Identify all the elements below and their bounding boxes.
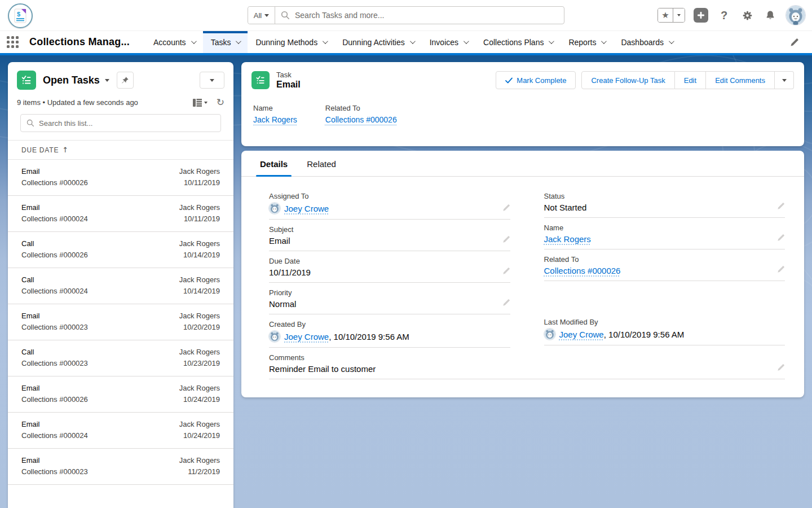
highlight-name: Name Jack Rogers	[253, 104, 297, 124]
list-search-input[interactable]	[39, 119, 215, 128]
tab-related[interactable]: Related	[297, 151, 346, 176]
edit-field-pencil-icon[interactable]	[777, 202, 785, 212]
edit-field-pencil-icon[interactable]	[502, 235, 510, 245]
chevron-down-icon[interactable]	[323, 38, 328, 44]
edit-field-pencil-icon[interactable]	[777, 234, 785, 243]
plus-icon	[696, 11, 705, 20]
edit-field-pencil-icon[interactable]	[777, 364, 785, 373]
favorites-star-icon[interactable]: ★	[658, 8, 673, 22]
global-search-input[interactable]	[295, 11, 558, 20]
create-follow-up-task-button[interactable]: Create Follow-Up Task	[581, 71, 674, 89]
list-item[interactable]: EmailCollections #000026 Jack Rogers10/2…	[8, 376, 233, 413]
nav-tab-invoices[interactable]: Invoices	[422, 31, 475, 53]
record-area: Task Email Mark Complete Create Follow-U…	[241, 62, 804, 397]
highlight-related-to: Related To Collections #000026	[325, 104, 397, 124]
svg-text:$: $	[17, 11, 20, 17]
list-item[interactable]: CallCollections #000024 Jack Rogers10/14…	[8, 268, 233, 304]
nav-tab-collections-plans[interactable]: Collections Plans	[475, 31, 561, 53]
global-header: $ All ★ ?	[0, 0, 812, 30]
edit-field-pencil-icon[interactable]	[502, 204, 510, 213]
list-item[interactable]: CallCollections #000026 Jack Rogers10/14…	[8, 232, 233, 268]
chevron-down-icon	[105, 79, 109, 82]
bell-icon	[765, 10, 776, 21]
favorites-dropdown[interactable]	[673, 8, 685, 22]
global-search: All	[248, 6, 564, 24]
list-item[interactable]: EmailCollections #000026 Jack Rogers10/1…	[8, 160, 233, 196]
gear-icon	[742, 10, 753, 21]
field-last-modified-by: Last Modified By Joey Crowe, 10/10/2019 …	[544, 316, 785, 345]
app-logo: $	[8, 3, 33, 28]
nav-tab-tasks[interactable]: Tasks	[203, 31, 248, 53]
list-view-controls-dropdown[interactable]	[200, 72, 224, 89]
tab-details[interactable]: Details	[250, 151, 297, 176]
nav-tab-dashboards[interactable]: Dashboards	[613, 31, 681, 53]
sort-column-header[interactable]: DUE DATE ↑	[8, 140, 233, 160]
list-item[interactable]: EmailCollections #000023 Jack Rogers11/2…	[8, 449, 233, 485]
list-item[interactable]: EmailCollections #000024 Jack Rogers10/1…	[8, 196, 233, 232]
help-button[interactable]: ?	[717, 8, 731, 23]
edit-field-pencil-icon[interactable]	[502, 267, 510, 277]
chevron-down-icon[interactable]	[601, 38, 607, 44]
chevron-down-icon[interactable]	[191, 38, 197, 44]
search-icon	[281, 11, 290, 20]
global-actions-button[interactable]	[694, 8, 708, 23]
pin-list-button[interactable]	[117, 72, 134, 89]
field-name: Name Jack Rogers	[544, 222, 785, 249]
chevron-down-icon[interactable]	[464, 38, 469, 44]
edit-field-pencil-icon[interactable]	[777, 265, 785, 275]
mark-complete-button[interactable]: Mark Complete	[496, 71, 576, 89]
search-scope-dropdown[interactable]: All	[248, 7, 275, 24]
list-item[interactable]: EmailCollections #000024 Jack Rogers10/2…	[8, 413, 233, 449]
edit-button[interactable]: Edit	[675, 71, 706, 89]
list-view-title: Open Tasks	[43, 75, 100, 86]
list-item[interactable]: EmailCollections #000023 Jack Rogers10/2…	[8, 304, 233, 340]
more-actions-dropdown[interactable]	[775, 71, 794, 89]
name-link[interactable]: Jack Rogers	[253, 115, 297, 124]
detail-left-column: Assigned To Joey Crowe Subject	[269, 190, 510, 352]
field-priority: Priority Normal	[269, 287, 510, 314]
invoice-doc-icon: $	[14, 8, 27, 24]
chevron-down-icon	[204, 102, 208, 104]
edit-navigation-pencil-icon[interactable]	[787, 35, 802, 50]
nav-tab-dunning-activities[interactable]: Dunning Activities	[334, 31, 422, 53]
name-link[interactable]: Jack Rogers	[544, 234, 591, 244]
chevron-down-icon	[782, 79, 787, 82]
chevron-down-icon	[210, 79, 214, 82]
list-item[interactable]: CallCollections #000023 Jack Rogers10/23…	[8, 340, 233, 376]
chevron-down-icon[interactable]	[236, 38, 241, 44]
related-to-link[interactable]: Collections #000026	[544, 266, 621, 275]
chevron-down-icon[interactable]	[669, 38, 674, 44]
chevron-down-icon	[264, 14, 269, 17]
nav-tab-accounts[interactable]: Accounts	[145, 31, 203, 53]
search-icon	[27, 119, 34, 127]
related-to-link[interactable]: Collections #000026	[325, 115, 397, 124]
app-launcher-button[interactable]	[0, 31, 25, 53]
field-spacer	[544, 285, 785, 312]
notifications-button[interactable]	[763, 8, 778, 23]
created-by-link[interactable]: Joey Crowe	[284, 332, 329, 341]
setup-button[interactable]	[740, 8, 754, 23]
edit-comments-button[interactable]: Edit Comments	[706, 71, 775, 89]
field-assigned-to: Assigned To Joey Crowe	[269, 190, 510, 220]
field-comments: Comments Reminder Email to customer	[269, 352, 785, 379]
user-avatar[interactable]	[786, 6, 805, 25]
page-content: Open Tasks 9 items • Updated a few secon…	[0, 55, 812, 508]
field-created-by: Created By Joey Crowe, 10/10/2019 9:56 A…	[269, 318, 510, 348]
assigned-to-link[interactable]: Joey Crowe	[284, 204, 329, 213]
list-view-selector[interactable]: Open Tasks	[43, 75, 109, 86]
field-due-date: Due Date 10/11/2019	[269, 255, 510, 283]
list-view-panel: Open Tasks 9 items • Updated a few secon…	[8, 62, 233, 508]
record-title: Email	[276, 80, 301, 90]
chevron-down-icon[interactable]	[410, 38, 416, 44]
edit-field-pencil-icon[interactable]	[502, 299, 510, 308]
display-as-button[interactable]	[193, 99, 208, 107]
nav-tab-dunning-methods[interactable]: Dunning Methods	[248, 31, 334, 53]
display-as-icon	[193, 99, 202, 107]
chevron-down-icon[interactable]	[549, 38, 554, 44]
help-icon: ?	[721, 9, 727, 22]
last-modified-by-link[interactable]: Joey Crowe	[559, 330, 604, 339]
detail-right-column: Status Not Started Name Jack Rogers	[544, 190, 785, 352]
nav-tab-reports[interactable]: Reports	[561, 31, 613, 53]
list-meta-text: 9 items • Updated a few seconds ago	[17, 98, 138, 107]
refresh-button[interactable]: ↻	[217, 98, 224, 107]
